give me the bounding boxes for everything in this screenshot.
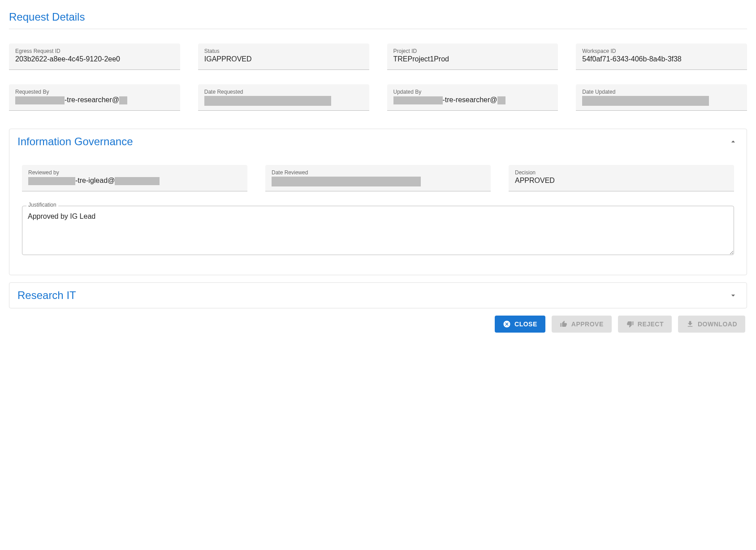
redacted-block bbox=[272, 177, 421, 186]
field-value: 203b2622-a8ee-4c45-9120-2ee0 bbox=[15, 55, 174, 65]
chevron-down-icon bbox=[728, 290, 739, 301]
field-reviewed-by: Reviewed by -tre-iglead@ bbox=[22, 165, 247, 191]
button-label: Download bbox=[698, 320, 737, 328]
field-value: 54f0af71-6343-406b-8a4b-3f38 bbox=[582, 55, 741, 65]
button-label: Close bbox=[514, 320, 537, 328]
requested-by-suffix: -tre-researcher@ bbox=[65, 96, 119, 104]
divider bbox=[9, 29, 747, 29]
reject-button[interactable]: Reject bbox=[618, 316, 672, 333]
redacted-block bbox=[119, 96, 127, 104]
field-value bbox=[582, 96, 741, 106]
field-label: Project ID bbox=[393, 48, 552, 54]
field-value: APPROVED bbox=[515, 177, 728, 186]
field-label: Date Reviewed bbox=[272, 169, 484, 176]
field-value: -tre-researcher@ bbox=[15, 96, 174, 106]
field-requested-by: Requested By -tre-researcher@ bbox=[9, 84, 180, 111]
close-circle-icon bbox=[503, 320, 511, 328]
chevron-up-icon bbox=[728, 136, 739, 147]
field-label: Date Updated bbox=[582, 89, 741, 95]
close-button[interactable]: Close bbox=[495, 316, 545, 333]
field-status: Status IGAPPROVED bbox=[198, 43, 369, 70]
field-value: -tre-researcher@ bbox=[393, 96, 552, 106]
redacted-block bbox=[28, 177, 75, 185]
request-details-grid: Egress Request ID 203b2622-a8ee-4c45-912… bbox=[9, 43, 747, 111]
page-title: Request Details bbox=[9, 11, 747, 23]
thumbs-up-icon bbox=[560, 320, 568, 328]
button-label: Approve bbox=[571, 320, 604, 328]
field-label: Decision bbox=[515, 169, 728, 176]
panel-header-information-governance[interactable]: Information Governance bbox=[9, 129, 747, 154]
field-value bbox=[272, 177, 484, 186]
redacted-block bbox=[204, 96, 331, 106]
approve-button[interactable]: Approve bbox=[552, 316, 612, 333]
redacted-block bbox=[497, 96, 505, 104]
field-date-reviewed: Date Reviewed bbox=[265, 165, 491, 191]
field-label: Workspace ID bbox=[582, 48, 741, 54]
updated-by-suffix: -tre-researcher@ bbox=[443, 96, 497, 104]
panel-header-research-it[interactable]: Research IT bbox=[9, 283, 747, 308]
panel-title: Research IT bbox=[17, 289, 76, 302]
panel-title: Information Governance bbox=[17, 135, 133, 148]
download-icon bbox=[686, 320, 694, 328]
field-label: Status bbox=[204, 48, 363, 54]
field-value: -tre-iglead@ bbox=[28, 177, 241, 186]
field-updated-by: Updated By -tre-researcher@ bbox=[387, 84, 558, 111]
field-project-id: Project ID TREProject1Prod bbox=[387, 43, 558, 70]
field-label: Egress Request ID bbox=[15, 48, 174, 54]
justification-textarea[interactable] bbox=[22, 206, 734, 255]
field-label: Reviewed by bbox=[28, 169, 241, 176]
panel-research-it: Research IT bbox=[9, 282, 747, 308]
download-button[interactable]: Download bbox=[678, 316, 745, 333]
ig-field-grid: Reviewed by -tre-iglead@ Date Reviewed D… bbox=[22, 165, 734, 191]
panel-body: Reviewed by -tre-iglead@ Date Reviewed D… bbox=[9, 154, 747, 275]
button-label: Reject bbox=[638, 320, 664, 328]
field-date-requested: Date Requested bbox=[198, 84, 369, 111]
field-workspace-id: Workspace ID 54f0af71-6343-406b-8a4b-3f3… bbox=[576, 43, 747, 70]
field-value: TREProject1Prod bbox=[393, 55, 552, 65]
field-label: Updated By bbox=[393, 89, 552, 95]
field-date-updated: Date Updated bbox=[576, 84, 747, 111]
field-label: Date Requested bbox=[204, 89, 363, 95]
reviewed-by-suffix: -tre-iglead@ bbox=[75, 177, 115, 184]
thumbs-down-icon bbox=[626, 320, 634, 328]
field-value: IGAPPROVED bbox=[204, 55, 363, 65]
field-value bbox=[204, 96, 363, 106]
field-decision: Decision APPROVED bbox=[509, 165, 734, 191]
field-label: Requested By bbox=[15, 89, 174, 95]
panel-information-governance: Information Governance Reviewed by -tre-… bbox=[9, 129, 747, 275]
redacted-block bbox=[393, 96, 443, 104]
justification-wrap: Justification bbox=[22, 206, 734, 257]
textarea-label: Justification bbox=[26, 202, 58, 208]
redacted-block bbox=[115, 177, 160, 185]
redacted-block bbox=[15, 96, 65, 104]
redacted-block bbox=[582, 96, 709, 106]
action-button-row: Close Approve Reject Download bbox=[9, 316, 747, 333]
field-egress-request-id: Egress Request ID 203b2622-a8ee-4c45-912… bbox=[9, 43, 180, 70]
